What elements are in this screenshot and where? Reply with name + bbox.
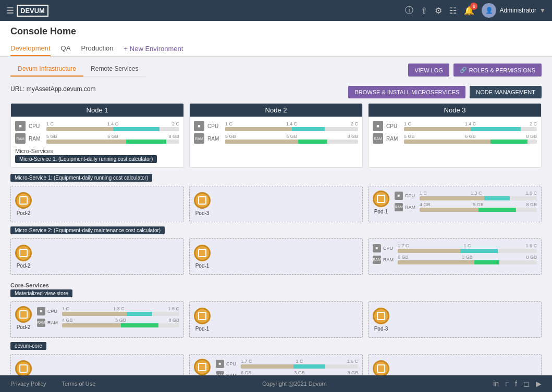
ram-icon-3: RAM — [373, 133, 383, 144]
logo[interactable]: ☰ DEVUM — [6, 5, 48, 17]
devum-core-tag: devum-core — [10, 342, 46, 350]
grid-icon[interactable]: ☷ — [449, 6, 457, 16]
node-2-ram-row: RAM RAM 5 GB 6 GB 8 GB — [194, 133, 358, 144]
node-1-card: Node 1 ■ CPU 1 C 1.4 C 2 C — [10, 103, 184, 168]
ms2-section: Micro-Service 2: (Equipment-daily mainte… — [10, 226, 542, 275]
page-header: Console Home Development QA Production +… — [0, 21, 552, 57]
ms1-pod1-cell: Pod-1 ■ CPU 1 C 1.3 C 1.6 C — [368, 186, 542, 222]
ms1-pod1: Pod-1 — [373, 191, 389, 214]
chevron-down-icon: ▼ — [539, 7, 546, 14]
ms2-resource-cell: ■ CPU 1.7 C 1 C 1.6 C — [368, 238, 542, 275]
ms2-pod1-cell: Pod-1 — [189, 238, 363, 275]
user-menu[interactable]: 👤 Administrator ▼ — [482, 3, 546, 18]
node-2-cpu-bars: 1 C 1.4 C 2 C — [225, 121, 358, 131]
cpu-mini-icon: ■ — [395, 192, 403, 200]
pod-icon-11 — [373, 360, 389, 377]
ms2-pod2-label: Pod-2 — [17, 263, 31, 269]
ms2-pod1: Pod-1 — [194, 245, 211, 269]
tab-new-environment[interactable]: + New Environment — [124, 45, 183, 53]
help-icon[interactable]: ⓘ — [405, 5, 413, 16]
topnav: ☰ DEVUM ⓘ ⇧ ⚙ ☷ 🔔 8 👤 Administrator ▼ — [0, 0, 552, 21]
node-3-cpu-bars: 1 C 1.4 C 2 C — [404, 121, 537, 131]
cpu-mini-icon-3: ■ — [37, 307, 45, 315]
node-1-cpu-bars: 1 C 1.4 C 2 C — [46, 121, 179, 131]
ms2-resource: ■ CPU 1.7 C 1 C 1.6 C — [373, 243, 537, 266]
roles-permissions-button[interactable]: 🔗 ROLES & PERMISSIONS — [453, 64, 542, 77]
node-2-header: Node 2 — [190, 104, 362, 117]
footer: Privacy Policy Terms of Use Copyright @2… — [0, 375, 552, 392]
browse-install-button[interactable]: BROWSE & INSTALL MICROSERVICES — [348, 86, 465, 98]
node-2-body: ■ CPU 1 C 1.4 C 2 C — [190, 117, 362, 150]
mv-store-label-row: Materialized-view-store — [10, 289, 542, 299]
subtab-devum-infra[interactable]: Devum Infrastructure — [10, 62, 83, 77]
pod-icon-10 — [194, 359, 211, 375]
core-services-label: Core-Services — [10, 279, 542, 289]
mv-pod3-label: Pod-3 — [374, 326, 388, 332]
pod-icon — [15, 192, 32, 209]
avatar: 👤 — [482, 3, 496, 18]
mv-pod1-cell: Pod-1 — [189, 301, 363, 338]
node-1-ms-label: Micro-Services — [15, 146, 179, 155]
tab-development[interactable]: Development — [10, 41, 51, 56]
pod-icon-3 — [373, 191, 389, 207]
pod-icon-5 — [194, 245, 211, 261]
pod-icon-6 — [15, 306, 32, 323]
view-log-button[interactable]: VIEW LOG — [408, 64, 449, 77]
youtube-icon[interactable]: ▶ — [536, 380, 542, 388]
ms1-pod2: Pod-2 — [15, 192, 32, 216]
tab-production[interactable]: Production — [81, 41, 113, 56]
mv-pod3-cell: Pod-3 — [368, 301, 542, 338]
mv-pod2: Pod-2 — [15, 306, 32, 330]
ram-mini-icon: RAM — [395, 203, 403, 211]
ms1-pod1-resource: ■ CPU 1 C 1.3 C 1.6 C — [395, 191, 537, 213]
ms1-tag: Micro-Service 1: (Equipment-daily runnin… — [10, 174, 152, 182]
ms1-section: Micro-Service 1: (Equipment-daily runnin… — [10, 174, 542, 222]
node-3-header: Node 3 — [369, 104, 541, 117]
cpu-icon: ■ — [15, 121, 26, 131]
social-icons: in 𝕣 f ◻ ▶ — [493, 380, 542, 388]
terms-of-use-link[interactable]: Terms of Use — [62, 381, 95, 387]
instagram-icon[interactable]: ◻ — [523, 380, 530, 388]
subtabs: Devum Infrastructure Remote Services — [10, 62, 145, 77]
settings-icon[interactable]: ⚙ — [435, 6, 442, 16]
node-2-cpu-row: ■ CPU 1 C 1.4 C 2 C — [194, 121, 358, 131]
cpu-icon-2: ■ — [194, 121, 204, 131]
external-link-icon: 🔗 — [460, 67, 467, 73]
mv-store-pods-row: Pod-2 ■ CPU 1 C 1.3 C 1.6 C — [10, 301, 542, 338]
node-management-button[interactable]: NODE MANAGEMENT — [470, 86, 542, 98]
ram-mini-icon-3: RAM — [37, 319, 45, 327]
mv-pod2-resource: ■ CPU 1 C 1.3 C 1.6 C — [37, 306, 179, 329]
pod-icon-2 — [194, 192, 211, 209]
content-area: Devum Infrastructure Remote Services VIE… — [0, 57, 552, 392]
ms2-pod2-cell: Pod-2 — [10, 238, 184, 275]
mv-store-tag: Materialized-view-store — [10, 289, 72, 297]
notifications-icon[interactable]: 🔔 8 — [464, 6, 474, 16]
twitter-icon[interactable]: 𝕣 — [505, 380, 509, 388]
mv-pod2-label: Pod-2 — [17, 324, 31, 330]
node-1-ram-bars: 5 GB 6 GB 8 GB — [46, 134, 179, 144]
ms1-pods-row: Pod-2 Pod-3 Pod-1 — [10, 186, 542, 222]
node-2-card: Node 2 ■ CPU 1 C 1.4 C 2 C — [189, 103, 363, 168]
node-1-ram-row: RAM RAM 5 GB 6 GB 8 GB — [15, 133, 179, 144]
node-3-body: ■ CPU 1 C 1.4 C 2 C — [369, 117, 541, 150]
node-1-body: ■ CPU 1 C 1.4 C 2 C — [11, 117, 183, 167]
mv-pod3: Pod-3 — [373, 308, 389, 332]
ms1-pod3-label: Pod-3 — [195, 210, 210, 216]
facebook-icon[interactable]: f — [515, 380, 517, 388]
logo-box: DEVUM — [17, 5, 48, 17]
cpu-mini-icon-2: ■ — [373, 244, 381, 252]
ms2-tag: Micro-Service 2: (Equipment-daily mainte… — [10, 226, 165, 234]
page-title: Console Home — [10, 26, 542, 37]
ms2-pod1-label: Pod-1 — [195, 263, 210, 269]
ms1-pod2-cell: Pod-2 — [10, 186, 184, 222]
tab-qa[interactable]: QA — [61, 41, 71, 56]
ms1-pod1-label: Pod-1 — [374, 209, 388, 214]
topnav-icons: ⓘ ⇧ ⚙ ☷ 🔔 8 👤 Administrator ▼ — [405, 3, 546, 18]
upload-icon[interactable]: ⇧ — [421, 6, 427, 16]
top-actions: VIEW LOG 🔗 ROLES & PERMISSIONS — [408, 64, 542, 77]
privacy-policy-link[interactable]: Privacy Policy — [10, 381, 46, 387]
mv-pod1: Pod-1 — [194, 308, 211, 332]
node-1-service-tag: Micro-Service 1: (Equipment-daily runnin… — [15, 155, 157, 163]
subtab-remote-services[interactable]: Remote Services — [83, 62, 145, 77]
linkedin-icon[interactable]: in — [493, 380, 499, 388]
